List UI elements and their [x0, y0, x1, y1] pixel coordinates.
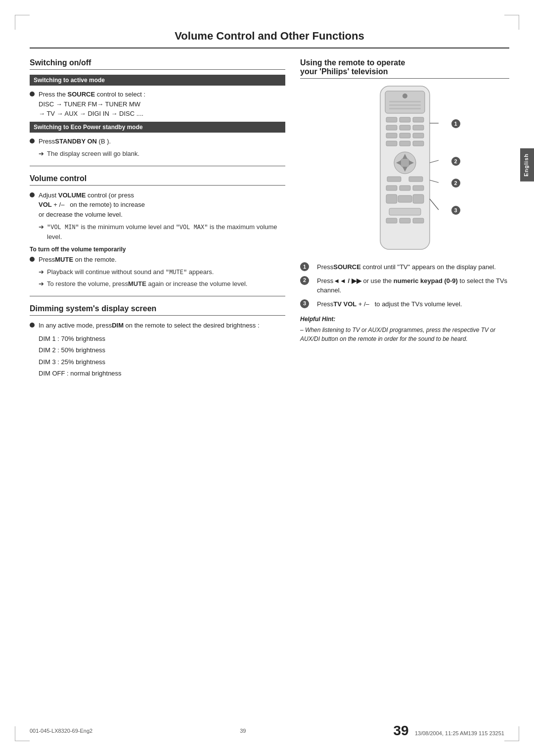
corner-tl	[15, 15, 30, 30]
dim-item-2: DIM 2 : 50% brightness	[39, 344, 285, 356]
svg-line-37	[430, 160, 439, 163]
callout-2a: 2	[451, 157, 460, 166]
svg-rect-28	[413, 186, 424, 190]
callout-1: 1	[451, 119, 460, 128]
arrow-display-blank: ➔ The display screen will go blank.	[30, 149, 285, 159]
instruction-1: 1 PressSOURCE control until "TV" appears…	[300, 262, 509, 272]
bullet-dot	[30, 92, 35, 96]
left-column: Switching on/off Switching to active mod…	[30, 58, 285, 379]
remote-container: 1 2 2 3	[365, 84, 445, 253]
arrow-playback-text: Playback will continue without sound and…	[47, 267, 214, 277]
section-dimming: Dimming system's display screen	[30, 304, 285, 316]
arrow-sym-3: ➔	[39, 267, 44, 277]
arrow-display-blank-text: The display screen will go blank.	[47, 149, 139, 159]
svg-rect-26	[386, 186, 397, 190]
instruction-3-text: PressTV VOL + /– to adjust the TVs volum…	[317, 299, 462, 309]
remote-area: 1 2 2 3	[300, 84, 509, 253]
helpful-hint-text: – When listening to TV or AUX/DI program…	[300, 326, 509, 343]
helpful-hint: Helpful Hint: – When listening to TV or …	[300, 315, 509, 343]
bullet-mute-text: PressMUTE on the remote.	[39, 255, 285, 265]
bullet-dim-text: In any active mode, pressDIM on the remo…	[39, 321, 285, 331]
right-column: Using the remote to operateyour 'Philips…	[300, 58, 509, 379]
svg-point-2	[402, 94, 407, 98]
bullet-source-text: Press the SOURCE control to select : DIS…	[39, 90, 285, 119]
arrow-vol-min-text: "VOL MIN" is the minimum volume level an…	[47, 222, 285, 242]
helpful-hint-title: Helpful Hint:	[300, 315, 509, 324]
svg-line-38	[430, 180, 439, 183]
footer-right-text: 13/08/2004, 11:25 AM139 115 23251	[415, 730, 504, 736]
svg-rect-7	[400, 117, 410, 122]
sub-note-turn-off-volume: To turn off the volume temporarily	[30, 246, 285, 253]
svg-rect-3	[389, 101, 421, 102]
footer-right: 39 13/08/2004, 11:25 AM139 115 23251	[394, 723, 504, 739]
dim-list: DIM 1 : 70% brightness DIM 2 : 50% brigh…	[30, 333, 285, 379]
svg-point-19	[400, 158, 410, 168]
svg-rect-24	[387, 177, 401, 182]
main-content: Volume Control and Other Functions Switc…	[30, 30, 509, 721]
svg-rect-34	[400, 218, 410, 223]
instruction-num-1: 1	[300, 262, 309, 271]
subsection-eco-power-label: Switching to Eco Power standby mode	[30, 122, 285, 133]
svg-rect-30	[413, 194, 424, 203]
svg-rect-16	[400, 141, 410, 146]
callout-circle-2a: 2	[451, 157, 460, 166]
svg-rect-14	[413, 133, 424, 138]
english-tab: English	[520, 148, 534, 182]
instruction-num-3: 3	[300, 299, 309, 308]
remote-svg	[365, 84, 445, 252]
bullet-dot-4	[30, 257, 35, 262]
svg-rect-29	[386, 194, 397, 203]
arrow-sym-4: ➔	[39, 279, 44, 289]
svg-rect-17	[413, 141, 424, 146]
instruction-2: 2 Press◄◄ / ▶▶ or use the numeric keypad…	[300, 276, 509, 295]
bullet-dot-5	[30, 323, 35, 328]
corner-br	[504, 726, 519, 741]
svg-rect-8	[413, 117, 424, 122]
section-switching-onoff: Switching on/off	[30, 58, 285, 70]
bullet-volume-text: Adjust VOLUME control (or press VOL + /–…	[39, 190, 285, 220]
svg-rect-11	[413, 125, 424, 130]
svg-rect-10	[400, 125, 410, 130]
bullet-dot-2	[30, 139, 35, 143]
arrow-playback-sound: ➔ Playback will continue without sound a…	[30, 267, 285, 277]
numbered-instructions: 1 PressSOURCE control until "TV" appears…	[300, 262, 509, 309]
footer-center: 39	[240, 728, 246, 734]
dim-item-3: DIM 3 : 25% brightness	[39, 356, 285, 368]
svg-rect-5	[389, 108, 421, 109]
dim-item-1: DIM 1 : 70% brightness	[39, 333, 285, 344]
svg-rect-32	[389, 208, 421, 215]
bullet-dot-3	[30, 192, 35, 197]
svg-rect-27	[400, 186, 410, 190]
instruction-3: 3 PressTV VOL + /– to adjust the TVs vol…	[300, 299, 509, 309]
svg-rect-15	[386, 141, 397, 146]
callout-3: 3	[451, 206, 460, 215]
arrow-vol-min: ➔ "VOL MIN" is the minimum volume level …	[30, 222, 285, 242]
callout-circle-2b: 2	[451, 179, 460, 188]
bullet-dim: In any active mode, pressDIM on the remo…	[30, 321, 285, 331]
section-volume-control: Volume control	[30, 174, 285, 186]
arrow-sym-2: ➔	[39, 222, 44, 232]
section-divider-dimming	[30, 296, 285, 296]
instruction-num-2: 2	[300, 276, 309, 285]
arrow-sym: ➔	[39, 149, 44, 159]
two-column-layout: Switching on/off Switching to active mod…	[30, 58, 509, 379]
bullet-standby-text: PressSTANDBY ON (B ).	[39, 137, 285, 146]
arrow-restore-volume: ➔ To restore the volume, pressMUTE again…	[30, 279, 285, 289]
footer-left: 001-045-LX8320-69-Eng2	[30, 728, 92, 734]
svg-rect-31	[398, 195, 412, 202]
svg-rect-35	[413, 218, 424, 223]
instruction-2-text: Press◄◄ / ▶▶ or use the numeric keypad (…	[317, 276, 509, 295]
callout-circle-1: 1	[451, 119, 460, 128]
bullet-mute: PressMUTE on the remote.	[30, 255, 285, 265]
corner-bl	[15, 726, 30, 741]
arrow-restore-text: To restore the volume, pressMUTE again o…	[47, 279, 247, 289]
svg-rect-25	[409, 177, 423, 182]
section-remote-tv: Using the remote to operateyour 'Philips…	[300, 58, 509, 79]
svg-rect-9	[386, 125, 397, 130]
svg-rect-33	[386, 218, 397, 223]
section-divider-volume	[30, 166, 285, 166]
svg-rect-4	[389, 104, 421, 106]
instruction-1-text: PressSOURCE control until "TV" appears o…	[317, 262, 496, 272]
callout-circle-3: 3	[451, 206, 460, 215]
bullet-source-select: Press the SOURCE control to select : DIS…	[30, 90, 285, 119]
